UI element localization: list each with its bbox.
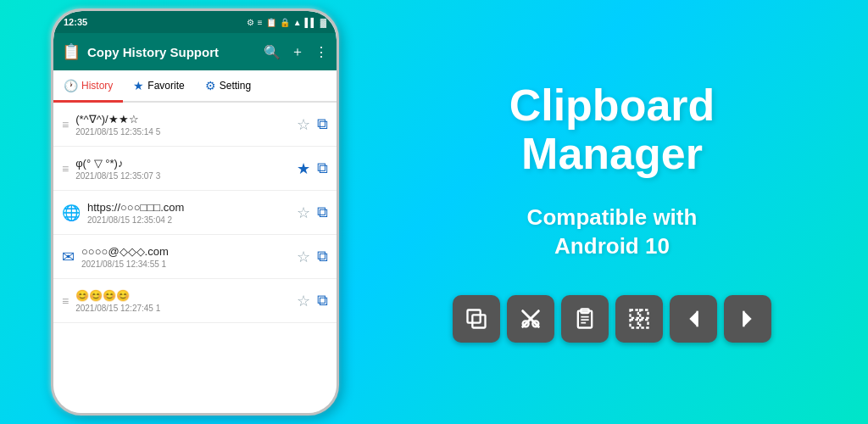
copy-button[interactable]: ⧉: [317, 159, 328, 177]
cursor-right-tool-button[interactable]: [724, 295, 771, 343]
clip-text: φ(° ▽ °*)♪: [75, 157, 290, 170]
history-tab-icon: 🕐: [64, 79, 78, 92]
app-bar-logo-icon: 📋: [62, 42, 81, 61]
tab-favorite[interactable]: ★ Favorite: [123, 70, 194, 103]
clip-text: ○○○○@◇◇◇.com: [81, 245, 290, 258]
clip-text: (*^∇^)/★★☆: [75, 113, 290, 126]
list-item: ≡ 😊😊😊😊 2021/08/15 12:27:45 1 ☆ ⧉: [53, 279, 337, 323]
svg-rect-13: [631, 320, 638, 327]
cursor-left-tool-button[interactable]: [670, 295, 717, 343]
clip-meta: 2021/08/15 12:35:04 2: [87, 215, 290, 225]
url-type-icon: 🌐: [62, 204, 81, 222]
svg-rect-12: [640, 310, 648, 317]
menu-status-icon: ≡: [258, 18, 263, 27]
right-panel: Clipboard Manager Compatible withAndroid…: [356, 64, 868, 360]
list-item: ≡ (*^∇^)/★★☆ 2021/08/15 12:35:14 5 ☆ ⧉: [53, 103, 337, 147]
title-line1: Clipboard: [509, 81, 715, 130]
clip-text: https://○○○□□□.com: [87, 201, 290, 214]
star-button[interactable]: ☆: [297, 115, 310, 134]
search-button[interactable]: 🔍: [264, 44, 281, 60]
svg-rect-0: [472, 315, 485, 327]
status-time: 12:35: [64, 17, 87, 27]
drag-handle-icon: ≡: [62, 118, 69, 131]
list-item: ✉ ○○○○@◇◇◇.com 2021/08/15 12:34:55 1 ☆ ⧉: [53, 235, 337, 279]
status-bar: 12:35 ⚙ ≡ 📋 🔒 ▲ ▌▌ ▓: [53, 11, 337, 33]
cursor-left-tool-icon: [682, 307, 705, 331]
favorite-tab-label: Favorite: [147, 80, 184, 92]
setting-tab-icon: ⚙: [205, 79, 216, 92]
clip-meta: 2021/08/15 12:27:45 1: [75, 304, 290, 313]
copy-tool-icon: [465, 307, 488, 331]
clip-meta: 2021/08/15 12:35:14 5: [75, 127, 290, 137]
svg-marker-15: [689, 311, 697, 327]
svg-rect-16: [697, 311, 698, 327]
add-button[interactable]: ＋: [291, 43, 304, 61]
more-button[interactable]: ⋮: [314, 44, 328, 60]
app-bar-title: Copy History Support: [87, 45, 264, 59]
clip-content: (*^∇^)/★★☆ 2021/08/15 12:35:14 5: [75, 113, 290, 137]
drag-handle-icon: ≡: [62, 162, 69, 176]
title-line2: Manager: [521, 129, 703, 178]
clip-meta: 2021/08/15 12:34:55 1: [81, 259, 290, 269]
phone-screen: 12:35 ⚙ ≡ 📋 🔒 ▲ ▌▌ ▓ 📋 Copy History Supp…: [53, 11, 337, 413]
drag-handle-icon: ≡: [62, 294, 69, 308]
cursor-right-tool-icon: [736, 307, 760, 331]
svg-rect-1: [468, 310, 481, 322]
wifi-status-icon: ▲: [293, 18, 302, 27]
tab-history[interactable]: 🕐 History: [53, 70, 123, 103]
status-icons: ⚙ ≡ 📋 🔒 ▲ ▌▌ ▓: [247, 18, 326, 27]
copy-tool-button[interactable]: [453, 295, 500, 343]
paste-tool-icon: [573, 307, 597, 331]
clip-list: ≡ (*^∇^)/★★☆ 2021/08/15 12:35:14 5 ☆ ⧉ ≡…: [53, 103, 337, 413]
copy-button[interactable]: ⧉: [317, 292, 328, 310]
svg-marker-17: [743, 311, 751, 327]
tab-setting[interactable]: ⚙ Setting: [195, 70, 261, 103]
cut-tool-icon: [519, 307, 542, 331]
copy-button[interactable]: ⧉: [317, 204, 328, 221]
list-item: ≡ φ(° ▽ °*)♪ 2021/08/15 12:35:07 3 ★ ⧉: [53, 147, 337, 191]
cut-tool-button[interactable]: [507, 295, 554, 343]
app-title: Clipboard Manager: [509, 81, 715, 178]
select-all-tool-icon: [627, 307, 651, 331]
list-item: 🌐 https://○○○□□□.com 2021/08/15 12:35:04…: [53, 191, 337, 235]
email-type-icon: ✉: [62, 248, 75, 266]
clip-content: φ(° ▽ °*)♪ 2021/08/15 12:35:07 3: [75, 157, 290, 181]
clip-text: 😊😊😊😊: [75, 289, 290, 302]
svg-rect-18: [743, 311, 744, 327]
app-bar: 📋 Copy History Support 🔍 ＋ ⋮: [53, 33, 337, 70]
paste-tool-button[interactable]: [561, 295, 609, 343]
phone-container: 12:35 ⚙ ≡ 📋 🔒 ▲ ▌▌ ▓ 📋 Copy History Supp…: [51, 8, 356, 416]
settings-status-icon: ⚙: [247, 18, 254, 27]
clip-meta: 2021/08/15 12:35:07 3: [75, 171, 290, 181]
phone-outer: 12:35 ⚙ ≡ 📋 🔒 ▲ ▌▌ ▓ 📋 Copy History Supp…: [51, 8, 339, 416]
icon-bar: [453, 295, 771, 343]
star-button[interactable]: ☆: [297, 204, 310, 222]
star-button[interactable]: ☆: [297, 292, 310, 310]
copy-button[interactable]: ⧉: [317, 115, 328, 133]
setting-tab-label: Setting: [220, 80, 251, 92]
app-subtitle: Compatible withAndroid 10: [527, 204, 698, 261]
signal-status-icon: ▌▌: [305, 18, 317, 27]
copy-button[interactable]: ⧉: [317, 248, 328, 265]
clip-content: ○○○○@◇◇◇.com 2021/08/15 12:34:55 1: [81, 245, 290, 269]
svg-rect-11: [631, 310, 638, 317]
lock-status-icon: 🔒: [280, 18, 290, 27]
history-tab-label: History: [81, 80, 113, 92]
select-all-tool-button[interactable]: [615, 295, 663, 343]
star-button[interactable]: ★: [297, 159, 310, 178]
clip-content: 😊😊😊😊 2021/08/15 12:27:45 1: [75, 289, 290, 313]
favorite-tab-icon: ★: [133, 79, 144, 92]
clip-content: https://○○○□□□.com 2021/08/15 12:35:04 2: [87, 201, 290, 225]
svg-rect-14: [640, 320, 648, 327]
battery-status-icon: ▓: [320, 18, 326, 27]
star-button[interactable]: ☆: [297, 248, 310, 266]
app-bar-actions: 🔍 ＋ ⋮: [264, 43, 328, 61]
clipboard-status-icon: 📋: [266, 18, 276, 27]
tab-bar: 🕐 History ★ Favorite ⚙ Setting: [53, 70, 337, 103]
